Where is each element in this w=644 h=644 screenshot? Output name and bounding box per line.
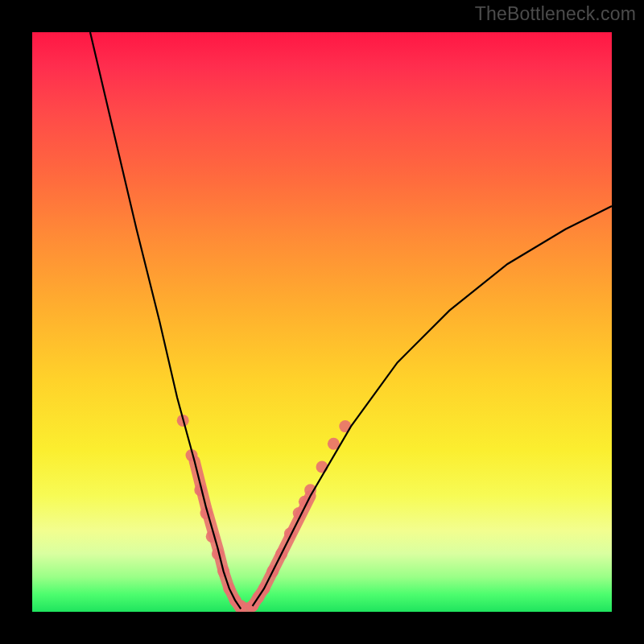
plot-area	[32, 32, 612, 612]
curve-right-branch	[253, 206, 612, 606]
curve-left-branch	[90, 32, 241, 609]
chart-svg	[32, 32, 612, 612]
highlight-dot	[316, 461, 328, 473]
watermark-text: TheBottleneck.com	[475, 3, 636, 25]
chart-root: TheBottleneck.com	[0, 0, 644, 644]
